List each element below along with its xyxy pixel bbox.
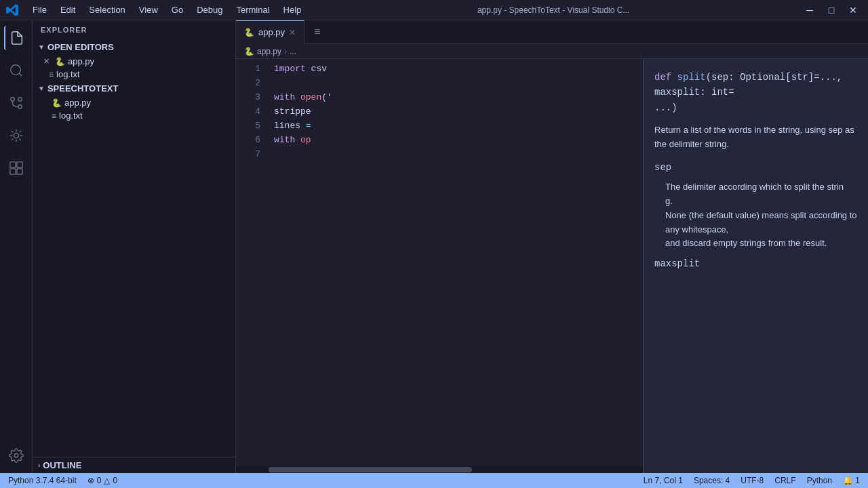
errors-status[interactable]: ⊗ 0 △ 0 bbox=[87, 476, 117, 485]
line-num-3: 3 bbox=[236, 90, 260, 104]
menu-file[interactable]: File bbox=[27, 3, 52, 16]
main-layout: EXPLORER ▼ OPEN EDITORS ✕ 🐍 app.py ≡ log… bbox=[0, 20, 868, 473]
doc-panel: def split(sep: Optional[str]=..., maxspl… bbox=[643, 59, 868, 473]
doc-description: Return a list of the words in the string… bbox=[654, 123, 857, 152]
svg-point-3 bbox=[18, 105, 22, 109]
python-version-status[interactable]: Python 3.7.4 64-bit bbox=[8, 476, 77, 485]
outline-chevron: › bbox=[38, 462, 40, 469]
project-file-apppy[interactable]: 🐍 app.py bbox=[33, 96, 235, 109]
debug-activity-icon[interactable] bbox=[4, 123, 28, 148]
python-file-icon: 🐍 bbox=[55, 57, 65, 66]
tab-overflow-icon[interactable]: ≡ bbox=[307, 26, 327, 38]
line-num-7: 7 bbox=[236, 147, 260, 161]
maximize-button[interactable]: □ bbox=[822, 3, 841, 18]
svg-point-0 bbox=[10, 65, 20, 75]
open-editors-section[interactable]: ▼ OPEN EDITORS bbox=[33, 39, 235, 55]
line-num-2: 2 bbox=[236, 76, 260, 90]
settings-activity-icon[interactable] bbox=[4, 443, 28, 468]
doc-param-sep-desc: The delimiter according which to split t… bbox=[654, 180, 857, 251]
line-ending-status[interactable]: CRLF bbox=[774, 476, 795, 485]
svg-point-2 bbox=[10, 98, 14, 102]
activity-bar bbox=[0, 20, 33, 473]
scrollbar-thumb[interactable] bbox=[269, 467, 472, 472]
position-status[interactable]: Ln 7, Col 1 bbox=[644, 476, 683, 485]
language-label: Python bbox=[807, 476, 832, 485]
explorer-icon[interactable] bbox=[4, 26, 28, 50]
spaces-label: Spaces: 4 bbox=[694, 476, 730, 485]
tab-label: app.py bbox=[258, 27, 285, 37]
menu-selection[interactable]: Selection bbox=[83, 3, 130, 16]
python-version-label: Python 3.7.4 64-bit bbox=[8, 476, 77, 485]
svg-point-11 bbox=[14, 453, 18, 458]
doc-param-sep-line4: any whitespace, bbox=[665, 224, 728, 235]
breadcrumb: 🐍 app.py › ... bbox=[236, 44, 868, 59]
breadcrumb-more[interactable]: ... bbox=[290, 47, 296, 56]
spaces-status[interactable]: Spaces: 4 bbox=[694, 476, 730, 485]
menu-view[interactable]: View bbox=[134, 3, 163, 16]
svg-point-6 bbox=[14, 133, 18, 138]
line-num-1: 1 bbox=[236, 62, 260, 76]
source-control-activity-icon[interactable] bbox=[4, 91, 28, 115]
txt-file-icon: ≡ bbox=[49, 70, 54, 79]
python-file-icon2: 🐍 bbox=[52, 98, 62, 108]
open-editors-chevron: ▼ bbox=[38, 43, 45, 51]
editor[interactable]: 1 2 3 4 5 6 7 import csv with open(' str… bbox=[236, 59, 868, 473]
open-editors-label: OPEN EDITORS bbox=[47, 42, 114, 52]
outline-label: OUTLINE bbox=[43, 460, 81, 470]
doc-param-sep-line5: and discard empty strings from the resul… bbox=[665, 238, 827, 248]
breadcrumb-sep: › bbox=[284, 47, 287, 56]
titlebar: File Edit Selection View Go Debug Termin… bbox=[0, 0, 868, 20]
doc-param-sep: sep bbox=[654, 160, 857, 175]
menu-go[interactable]: Go bbox=[166, 3, 189, 16]
speechtotext-chevron: ▼ bbox=[38, 85, 45, 92]
doc-param-sep-line1: The delimiter according which to split t… bbox=[665, 182, 844, 192]
editor-container: 🐍 app.py ✕ ≡ 🐍 app.py › ... 1 2 3 4 5 6 … bbox=[236, 20, 868, 473]
project-file-logtxt[interactable]: ≡ log.txt bbox=[33, 109, 235, 122]
project-file-logtxt-label: log.txt bbox=[59, 110, 83, 121]
position-label: Ln 7, Col 1 bbox=[644, 476, 683, 485]
menu-edit[interactable]: Edit bbox=[55, 3, 81, 16]
sidebar: EXPLORER ▼ OPEN EDITORS ✕ 🐍 app.py ≡ log… bbox=[33, 20, 236, 473]
doc-param-maxsplit: maxsplit bbox=[654, 256, 857, 271]
open-file-logtxt-label: log.txt bbox=[56, 69, 80, 79]
outline-divider: › OUTLINE bbox=[33, 457, 235, 473]
search-activity-icon[interactable] bbox=[4, 58, 28, 83]
outline-section[interactable]: › OUTLINE bbox=[33, 458, 235, 473]
breadcrumb-file[interactable]: app.py bbox=[257, 47, 281, 56]
menu-debug[interactable]: Debug bbox=[191, 3, 228, 16]
doc-signature: def split(sep: Optional[str]=..., maxspl… bbox=[654, 70, 857, 115]
encoding-status[interactable]: UTF-8 bbox=[741, 476, 764, 485]
breadcrumb-py-icon: 🐍 bbox=[244, 47, 254, 56]
extensions-activity-icon[interactable] bbox=[4, 156, 28, 180]
doc-param-sep-line3: None (the default value) means split acc… bbox=[665, 210, 857, 220]
bell-icon: 🔔 1 bbox=[843, 476, 860, 485]
tab-py-icon: 🐍 bbox=[244, 28, 254, 37]
speechtotext-section[interactable]: ▼ SPEECHTOTEXT bbox=[33, 81, 235, 96]
minimize-button[interactable]: ─ bbox=[800, 3, 819, 18]
bell-status[interactable]: 🔔 1 bbox=[843, 476, 860, 485]
tab-close-icon[interactable]: ✕ bbox=[289, 28, 296, 37]
line-num-6: 6 bbox=[236, 133, 260, 147]
vscode-logo bbox=[5, 3, 19, 17]
open-file-apppy[interactable]: ✕ 🐍 app.py bbox=[33, 55, 235, 68]
tab-apppy[interactable]: 🐍 app.py ✕ bbox=[236, 20, 304, 44]
menu-help[interactable]: Help bbox=[278, 3, 307, 16]
warning-icon: △ bbox=[104, 476, 110, 485]
file-close-icon[interactable]: ✕ bbox=[43, 57, 50, 66]
svg-rect-9 bbox=[9, 169, 15, 174]
explorer-header: EXPLORER bbox=[33, 20, 235, 39]
close-button[interactable]: ✕ bbox=[844, 3, 863, 18]
open-file-logtxt[interactable]: ≡ log.txt bbox=[33, 68, 235, 81]
tab-bar: 🐍 app.py ✕ ≡ bbox=[236, 20, 868, 44]
svg-rect-7 bbox=[9, 162, 15, 167]
language-status[interactable]: Python bbox=[807, 476, 832, 485]
activity-bar-bottom bbox=[4, 443, 28, 473]
svg-rect-8 bbox=[16, 162, 22, 167]
titlebar-controls: ─ □ ✕ bbox=[800, 3, 863, 18]
menu-terminal[interactable]: Terminal bbox=[231, 3, 275, 16]
svg-rect-10 bbox=[16, 169, 22, 174]
line-num-5: 5 bbox=[236, 119, 260, 133]
status-right: Ln 7, Col 1 Spaces: 4 UTF-8 CRLF Python … bbox=[644, 476, 860, 485]
encoding-label: UTF-8 bbox=[741, 476, 764, 485]
line-numbers: 1 2 3 4 5 6 7 bbox=[236, 59, 269, 473]
